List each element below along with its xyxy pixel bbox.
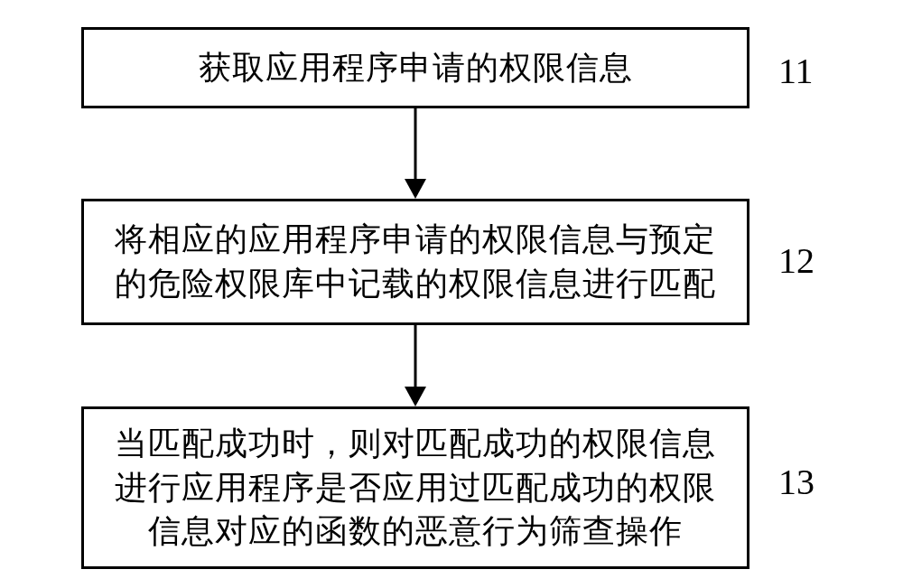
- arrow-2-line: [414, 325, 417, 387]
- flow-step-2: 将相应的应用程序申请的权限信息与预定的危险权限库中记载的权限信息进行匹配: [81, 199, 749, 325]
- flow-step-3-text: 当匹配成功时，则对匹配成功的权限信息进行应用程序是否应用过匹配成功的权限信息对应…: [98, 422, 732, 554]
- flowchart: 获取应用程序申请的权限信息 11 将相应的应用程序申请的权限信息与预定的危险权限…: [0, 0, 903, 588]
- arrow-2-head-icon: [405, 387, 426, 406]
- flow-step-3-label: 13: [778, 461, 815, 503]
- flow-step-2-label: 12: [778, 239, 815, 282]
- flow-step-1: 获取应用程序申请的权限信息: [81, 27, 749, 108]
- flow-step-1-label: 11: [778, 50, 814, 92]
- flow-step-3: 当匹配成功时，则对匹配成功的权限信息进行应用程序是否应用过匹配成功的权限信息对应…: [81, 406, 749, 569]
- flow-step-2-text: 将相应的应用程序申请的权限信息与预定的危险权限库中记载的权限信息进行匹配: [98, 218, 732, 305]
- arrow-1-head-icon: [405, 179, 426, 199]
- flow-step-1-text: 获取应用程序申请的权限信息: [199, 46, 633, 90]
- arrow-1-line: [414, 108, 417, 179]
